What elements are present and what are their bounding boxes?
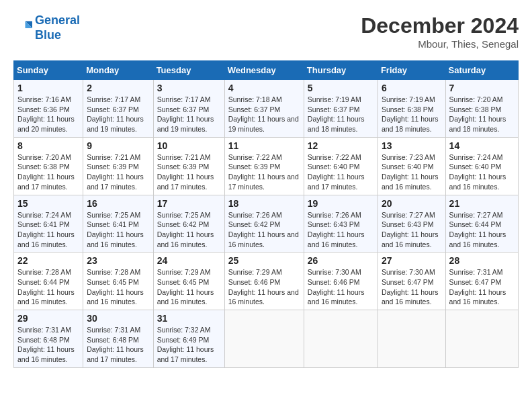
sunset-text: Sunset: 6:45 PM	[157, 278, 210, 286]
day-cell-27: 27 Sunrise: 7:30 AM Sunset: 6:47 PM Dayl…	[378, 253, 445, 310]
sunset-text: Sunset: 6:37 PM	[157, 105, 210, 113]
daylight-text: Daylight: 11 hours and 18 minutes.	[308, 115, 365, 133]
daylight-text: Daylight: 11 hours and 16 minutes.	[228, 230, 299, 248]
day-cell-19: 19 Sunrise: 7:26 AM Sunset: 6:43 PM Dayl…	[304, 195, 378, 253]
sunset-text: Sunset: 6:37 PM	[308, 105, 360, 113]
daylight-text: Daylight: 11 hours and 19 minutes.	[157, 115, 214, 133]
daylight-text: Daylight: 11 hours and 16 minutes.	[308, 230, 365, 248]
day-info: Sunrise: 7:23 AM Sunset: 6:40 PM Dayligh…	[382, 152, 442, 192]
sunrise-text: Sunrise: 7:20 AM	[17, 153, 71, 161]
day-cell-25: 25 Sunrise: 7:29 AM Sunset: 6:46 PM Dayl…	[224, 253, 304, 310]
weekday-tuesday: Tuesday	[153, 61, 224, 80]
sunrise-text: Sunrise: 7:19 AM	[308, 95, 361, 103]
day-cell-11: 11 Sunrise: 7:22 AM Sunset: 6:39 PM Dayl…	[224, 137, 304, 195]
day-cell-21: 21 Sunrise: 7:27 AM Sunset: 6:44 PM Dayl…	[445, 195, 518, 253]
sunset-text: Sunset: 6:38 PM	[449, 105, 502, 113]
day-cell-23: 23 Sunrise: 7:28 AM Sunset: 6:45 PM Dayl…	[83, 253, 153, 310]
sunset-text: Sunset: 6:39 PM	[157, 163, 210, 171]
day-number: 28	[449, 255, 515, 266]
day-cell-14: 14 Sunrise: 7:24 AM Sunset: 6:40 PM Dayl…	[445, 137, 518, 195]
day-number: 19	[308, 198, 374, 209]
sunrise-text: Sunrise: 7:32 AM	[157, 326, 211, 334]
daylight-text: Daylight: 11 hours and 17 minutes.	[308, 173, 365, 191]
sunset-text: Sunset: 6:49 PM	[157, 336, 210, 344]
day-number: 11	[228, 140, 300, 151]
day-info: Sunrise: 7:24 AM Sunset: 6:41 PM Dayligh…	[17, 210, 79, 250]
sunset-text: Sunset: 6:39 PM	[228, 163, 281, 171]
sunset-text: Sunset: 6:42 PM	[157, 220, 210, 228]
calendar-week-3: 15 Sunrise: 7:24 AM Sunset: 6:41 PM Dayl…	[14, 195, 519, 253]
day-info: Sunrise: 7:17 AM Sunset: 6:37 PM Dayligh…	[157, 95, 221, 134]
daylight-text: Daylight: 11 hours and 18 minutes.	[449, 115, 506, 133]
sunset-text: Sunset: 6:41 PM	[87, 220, 139, 228]
day-number: 12	[308, 140, 374, 151]
sunrise-text: Sunrise: 7:27 AM	[382, 211, 435, 219]
weekday-friday: Friday	[378, 61, 445, 80]
day-cell-12: 12 Sunrise: 7:22 AM Sunset: 6:40 PM Dayl…	[304, 137, 378, 195]
daylight-text: Daylight: 11 hours and 17 minutes.	[17, 173, 75, 191]
day-number: 25	[228, 255, 300, 266]
daylight-text: Daylight: 11 hours and 16 minutes.	[87, 230, 144, 248]
day-cell-10: 10 Sunrise: 7:21 AM Sunset: 6:39 PM Dayl…	[153, 137, 224, 195]
day-number: 8	[17, 140, 79, 151]
daylight-text: Daylight: 11 hours and 16 minutes.	[449, 288, 506, 306]
day-info: Sunrise: 7:22 AM Sunset: 6:39 PM Dayligh…	[228, 152, 300, 192]
day-number: 4	[228, 83, 300, 93]
sunrise-text: Sunrise: 7:27 AM	[449, 211, 503, 219]
sunrise-text: Sunrise: 7:22 AM	[228, 153, 282, 161]
daylight-text: Daylight: 11 hours and 20 minutes.	[17, 115, 75, 133]
sunset-text: Sunset: 6:48 PM	[87, 336, 139, 344]
logo: General Blue	[13, 13, 80, 42]
location: Mbour, Thies, Senegal	[361, 38, 519, 50]
day-info: Sunrise: 7:25 AM Sunset: 6:42 PM Dayligh…	[157, 210, 221, 250]
sunset-text: Sunset: 6:40 PM	[449, 163, 502, 171]
day-info: Sunrise: 7:18 AM Sunset: 6:37 PM Dayligh…	[228, 95, 300, 134]
day-info: Sunrise: 7:19 AM Sunset: 6:37 PM Dayligh…	[308, 95, 374, 134]
sunrise-text: Sunrise: 7:30 AM	[308, 268, 361, 276]
sunrise-text: Sunrise: 7:25 AM	[87, 211, 140, 219]
daylight-text: Daylight: 11 hours and 16 minutes.	[449, 173, 506, 191]
day-number: 1	[17, 83, 79, 93]
day-cell-29: 29 Sunrise: 7:31 AM Sunset: 6:48 PM Dayl…	[14, 310, 83, 368]
day-number: 17	[157, 198, 221, 209]
daylight-text: Daylight: 11 hours and 19 minutes.	[228, 115, 299, 133]
day-cell-18: 18 Sunrise: 7:26 AM Sunset: 6:42 PM Dayl…	[224, 195, 304, 253]
daylight-text: Daylight: 11 hours and 16 minutes.	[17, 230, 75, 248]
day-number: 22	[17, 255, 79, 266]
day-cell-1: 1 Sunrise: 7:16 AM Sunset: 6:36 PM Dayli…	[14, 80, 83, 138]
sunrise-text: Sunrise: 7:18 AM	[228, 95, 282, 103]
daylight-text: Daylight: 11 hours and 17 minutes.	[157, 173, 214, 191]
day-number: 14	[449, 140, 515, 151]
daylight-text: Daylight: 11 hours and 16 minutes.	[308, 288, 365, 306]
daylight-text: Daylight: 11 hours and 17 minutes.	[87, 345, 144, 363]
day-cell-20: 20 Sunrise: 7:27 AM Sunset: 6:43 PM Dayl…	[378, 195, 445, 253]
day-cell-26: 26 Sunrise: 7:30 AM Sunset: 6:46 PM Dayl…	[304, 253, 378, 310]
sunrise-text: Sunrise: 7:21 AM	[87, 153, 140, 161]
day-info: Sunrise: 7:30 AM Sunset: 6:46 PM Dayligh…	[308, 267, 374, 307]
day-info: Sunrise: 7:31 AM Sunset: 6:47 PM Dayligh…	[449, 267, 515, 307]
sunset-text: Sunset: 6:40 PM	[308, 163, 360, 171]
daylight-text: Daylight: 11 hours and 16 minutes.	[157, 288, 214, 306]
sunset-text: Sunset: 6:46 PM	[308, 278, 360, 286]
sunrise-text: Sunrise: 7:25 AM	[157, 211, 211, 219]
day-info: Sunrise: 7:27 AM Sunset: 6:44 PM Dayligh…	[449, 210, 515, 250]
day-info: Sunrise: 7:28 AM Sunset: 6:44 PM Dayligh…	[17, 267, 79, 307]
day-cell-24: 24 Sunrise: 7:29 AM Sunset: 6:45 PM Dayl…	[153, 253, 224, 310]
daylight-text: Daylight: 11 hours and 17 minutes.	[228, 173, 299, 191]
daylight-text: Daylight: 11 hours and 16 minutes.	[382, 173, 439, 191]
day-info: Sunrise: 7:28 AM Sunset: 6:45 PM Dayligh…	[87, 267, 149, 307]
sunset-text: Sunset: 6:39 PM	[87, 163, 139, 171]
sunrise-text: Sunrise: 7:21 AM	[157, 153, 211, 161]
day-number: 23	[87, 255, 149, 266]
day-info: Sunrise: 7:24 AM Sunset: 6:40 PM Dayligh…	[449, 152, 515, 192]
title-block: December 2024 Mbour, Thies, Senegal	[361, 13, 519, 50]
day-number: 31	[157, 313, 221, 324]
daylight-text: Daylight: 11 hours and 16 minutes.	[17, 288, 75, 306]
sunrise-text: Sunrise: 7:19 AM	[382, 95, 435, 103]
daylight-text: Daylight: 11 hours and 16 minutes.	[382, 230, 439, 248]
empty-cell	[304, 310, 378, 368]
empty-cell	[378, 310, 445, 368]
day-number: 10	[157, 140, 221, 151]
page-header: General Blue December 2024 Mbour, Thies,…	[13, 13, 519, 50]
sunrise-text: Sunrise: 7:16 AM	[17, 95, 71, 103]
